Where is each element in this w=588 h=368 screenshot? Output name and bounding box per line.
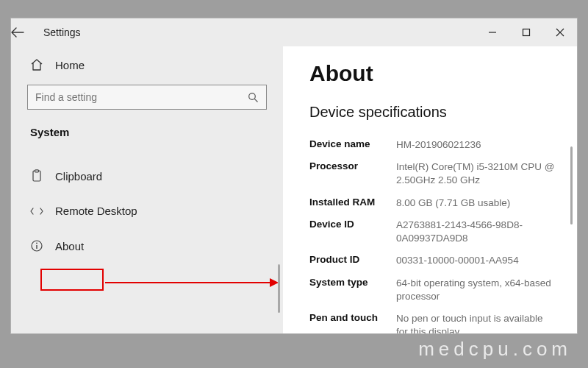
content-scrollbar[interactable] [570,146,573,224]
nav-home[interactable]: Home [27,52,267,77]
sidebar-item-about[interactable]: About [27,232,267,260]
page-title: About [309,61,556,86]
window-title: Settings [43,26,81,38]
spec-label: Pen and touch [309,312,396,333]
search-input[interactable] [35,91,237,103]
spec-row: Device ID A2763881-2143-4566-98D8-0A0993… [309,214,556,250]
svg-point-1 [249,93,256,99]
spec-value: 00331-10000-00001-AA954 [396,254,519,267]
maximize-button[interactable] [509,18,543,46]
minimize-icon [488,28,497,37]
sidebar-item-remote-desktop[interactable]: Remote Desktop [27,197,267,224]
watermark: medcpu.com [0,333,588,368]
spec-row: Pen and touch No pen or touch input is a… [309,308,556,333]
svg-point-5 [36,243,37,244]
spec-value: 64-bit operating system, x64-based proce… [396,277,556,303]
spec-label: Product ID [309,254,396,267]
info-icon [30,239,43,252]
spec-value: A2763881-2143-4566-98D8-0A09937DA9D8 [396,219,556,245]
close-icon [556,28,564,37]
sidebar-scrollbar[interactable] [278,264,280,313]
clipboard-icon [30,169,43,183]
sidebar-item-clipboard[interactable]: Clipboard [27,162,267,190]
annotation-arrow-icon [105,275,282,290]
settings-window: Settings Home [10,18,578,334]
spec-label: System type [309,277,396,303]
spec-label: Processor [309,160,396,187]
arrow-left-icon [11,27,24,38]
spec-value: No pen or touch input is available for t… [396,312,556,333]
section-heading: Device specifications [309,104,556,121]
search-icon [248,92,259,103]
close-button[interactable] [543,18,577,46]
spec-label: Installed RAM [309,197,396,210]
sidebar-category: System [27,117,267,143]
home-icon [30,58,43,71]
spec-row: System type 64-bit operating system, x64… [309,272,556,308]
spec-row: Device name HM-201906021236 [309,134,556,156]
sidebar-item-label: About [55,240,84,252]
spec-value: 8.00 GB (7.71 GB usable) [396,197,510,210]
sidebar-item-label: Remote Desktop [55,205,137,217]
spec-row: Processor Intel(R) Core(TM) i5-3210M CPU… [309,156,556,191]
sidebar: Home System Clipboard [11,46,283,333]
annotation-highlight [40,269,104,291]
window-controls [476,18,577,46]
back-button[interactable] [11,27,43,38]
spec-value: Intel(R) Core(TM) i5-3210M CPU @ 2.50GHz… [396,160,556,187]
spec-value: HM-201906021236 [396,138,481,152]
spec-row: Product ID 00331-10000-00001-AA954 [309,250,556,272]
content-pane: About Device specifications Device name … [283,46,577,333]
sidebar-item-label: Clipboard [55,170,102,183]
search-box[interactable] [27,85,267,110]
spec-row: Installed RAM 8.00 GB (7.71 GB usable) [309,192,556,214]
spec-label: Device ID [309,219,396,245]
minimize-button[interactable] [476,18,509,46]
svg-rect-3 [35,170,39,172]
spec-label: Device name [309,138,396,152]
titlebar: Settings [11,18,577,46]
nav-home-label: Home [55,59,85,71]
remote-desktop-icon [30,205,43,217]
maximize-icon [522,28,531,37]
svg-rect-0 [523,29,530,36]
